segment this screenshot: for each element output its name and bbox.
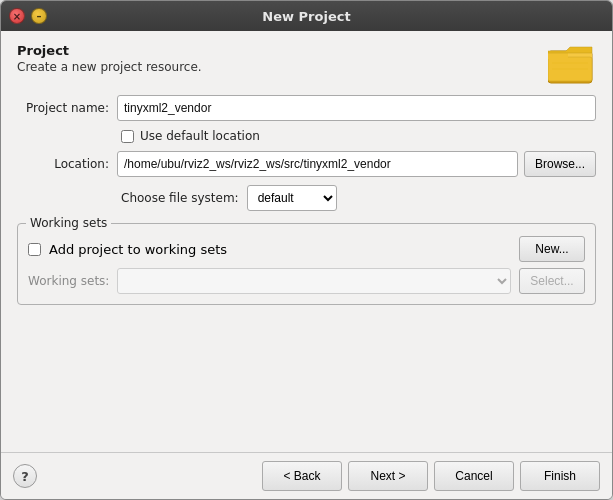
header-row: Project Create a new project resource. bbox=[17, 43, 596, 83]
section-desc: Create a new project resource. bbox=[17, 60, 202, 74]
close-button[interactable]: × bbox=[9, 8, 25, 24]
working-sets-inner: Add project to working sets New... Worki… bbox=[28, 236, 585, 294]
minimize-button[interactable]: – bbox=[31, 8, 47, 24]
project-name-label: Project name: bbox=[17, 101, 117, 115]
close-icon: × bbox=[13, 11, 21, 22]
working-sets-dropdown bbox=[117, 268, 511, 294]
use-default-location-row: Use default location bbox=[121, 129, 596, 143]
filesystem-label: Choose file system: bbox=[121, 191, 239, 205]
section-title: Project bbox=[17, 43, 202, 58]
filesystem-row: Choose file system: default bbox=[121, 185, 596, 211]
project-name-row: Project name: bbox=[17, 95, 596, 121]
select-working-set-button: Select... bbox=[519, 268, 585, 294]
window-title: New Project bbox=[53, 9, 560, 24]
header-text: Project Create a new project resource. bbox=[17, 43, 202, 82]
add-to-working-sets-row: Add project to working sets New... bbox=[28, 236, 585, 262]
footer: ? < Back Next > Cancel Finish bbox=[1, 452, 612, 499]
browse-button[interactable]: Browse... bbox=[524, 151, 596, 177]
filesystem-dropdown[interactable]: default bbox=[247, 185, 337, 211]
next-button[interactable]: Next > bbox=[348, 461, 428, 491]
use-default-location-checkbox[interactable] bbox=[121, 130, 134, 143]
svg-marker-5 bbox=[548, 47, 592, 53]
titlebar: × – New Project bbox=[1, 1, 612, 31]
help-button[interactable]: ? bbox=[13, 464, 37, 488]
back-button[interactable]: < Back bbox=[262, 461, 342, 491]
content-area: Project Create a new project resource. bbox=[1, 31, 612, 452]
add-to-working-sets-label: Add project to working sets bbox=[49, 242, 227, 257]
project-name-input[interactable] bbox=[117, 95, 596, 121]
working-sets-select-row: Working sets: Select... bbox=[28, 268, 585, 294]
working-sets-group: Working sets Add project to working sets… bbox=[17, 223, 596, 305]
new-project-window: × – New Project Project Create a new pro… bbox=[0, 0, 613, 500]
location-label-text: Location: bbox=[54, 157, 109, 171]
filesystem-dropdown-wrapper: default bbox=[247, 185, 337, 211]
help-icon: ? bbox=[21, 469, 29, 484]
footer-buttons: < Back Next > Cancel Finish bbox=[262, 461, 600, 491]
add-to-working-sets-checkbox[interactable] bbox=[28, 243, 41, 256]
working-sets-legend: Working sets bbox=[26, 216, 111, 230]
project-name-label-text: Project name: bbox=[26, 101, 109, 115]
folder-icon bbox=[548, 43, 596, 83]
use-default-location-label: Use default location bbox=[140, 129, 260, 143]
working-sets-label: Working sets: bbox=[28, 274, 109, 288]
location-label: Location: bbox=[17, 157, 117, 171]
new-working-set-button[interactable]: New... bbox=[519, 236, 585, 262]
finish-button[interactable]: Finish bbox=[520, 461, 600, 491]
location-row: Location: Browse... bbox=[17, 151, 596, 177]
cancel-button[interactable]: Cancel bbox=[434, 461, 514, 491]
location-input[interactable] bbox=[117, 151, 518, 177]
minimize-icon: – bbox=[37, 11, 42, 22]
svg-rect-4 bbox=[548, 55, 568, 59]
